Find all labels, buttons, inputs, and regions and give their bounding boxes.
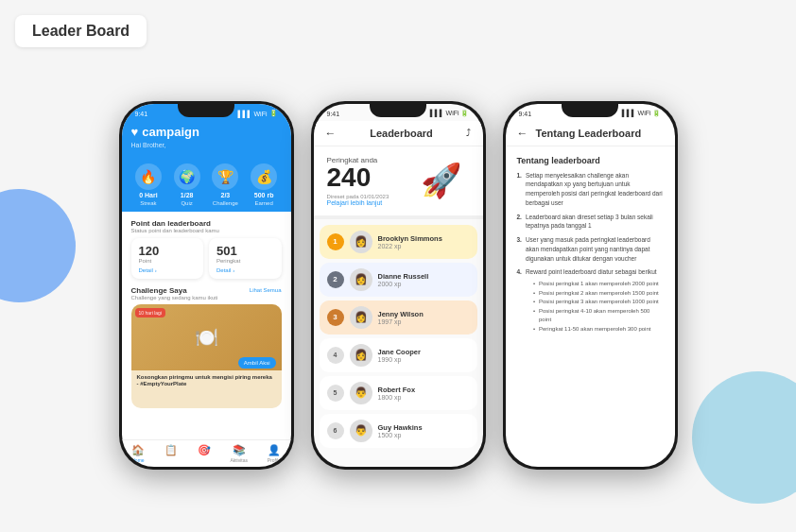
tentang-subitem-5: • Peringkat 11-50 akan memperoleh 300 po… [533,325,664,335]
lb-rank-section: Peringkat anda 240 Direset pada 01/01/20… [314,146,483,219]
nav-challenge[interactable]: 🎯 [198,444,211,463]
campaign-subtitle: Hai Brother, [131,142,282,148]
point-subtitle: Status point dan leaderboard kamu [131,228,282,233]
leader-board-label: Leader Board [32,23,130,39]
phone-2-inner: 9:41 ▌▌▌ WiFi 🔋 ← Leaderboard ⤴ Peringka… [314,104,483,467]
phone-1-status-icons: ▌▌▌ WiFi 🔋 [238,110,278,117]
point-title: Point dan leaderboard [131,219,282,228]
challenge-subtitle: Challenge yang sedang kamu ikuti [131,295,282,300]
lb-name-3: Jenny Wilson [378,310,470,318]
lb-item-5: 5 👨 Robert Fox 1800 xp [320,376,477,410]
challenge-section: Challenge Saya Lihat Semua Challenge yan… [122,283,291,412]
campaign-header: ♥ campaign Hai Brother, [122,121,291,158]
lb-item-2: 2 👩 Dianne Russell 2000 xp [320,263,477,297]
tentang-title: Tentang Leaderboard [536,128,642,139]
home-icon: 🏠 [131,444,145,456]
tentang-subitem-1: • Posisi peringkat 1 akan memperoleh 200… [533,280,664,289]
lb-title: Leaderboard [370,128,433,139]
lb-item-3: 3 👩 Jenny Wilson 1997 xp [320,300,477,335]
lb-name-6: Guy Hawkins [378,423,470,432]
lb-back-button[interactable]: ← [325,127,337,140]
point-card-rank: 501 Peringkat Detail › [209,238,282,279]
campaign-name: campaign [142,125,199,139]
profile-icon: 👤 [268,444,281,456]
tentang-section-title: Tentang leaderboard [517,156,664,165]
phone-3: 9:41 ▌▌▌ WiFi 🔋 ← Tentang Leaderboard Te… [503,101,678,470]
phone-2-screen: 9:41 ▌▌▌ WiFi 🔋 ← Leaderboard ⤴ Peringka… [314,104,483,467]
tentang-item-1: 1. Setiap menyelesaikan challenge akan m… [517,171,664,208]
lb-xp-3: 1997 xp [378,318,470,325]
lb-name-4: Jane Cooper [378,348,470,356]
nav-profile[interactable]: 👤 Profile [268,444,281,463]
lb-info-2: Dianne Russell 2000 xp [378,272,470,287]
tentang-back-button[interactable]: ← [517,127,528,140]
lb-info-3: Jenny Wilson 1997 xp [378,310,470,325]
lb-avatar-3: 👩 [350,306,372,329]
lb-avatar-2: 👩 [350,268,372,291]
leader-board-tag: Leader Board [15,15,147,47]
lb-list: 1 👩 Brooklyn Simmons 2022 xp 2 👩 Dianne … [314,219,483,467]
tentang-header: ← Tentang Leaderboard [506,121,675,146]
campaign-icon-quiz: 🌍 1/28 Quiz [174,163,200,206]
phone-3-time: 9:41 [519,111,532,117]
lb-avatar-5: 👨 [350,382,372,404]
point-cards: 120 Point Detail › 501 Peringkat Detail … [131,238,282,279]
challenge-cta-button[interactable]: Ambil Aksi [238,357,276,369]
phone-1-inner: 9:41 ▌▌▌ WiFi 🔋 ♥ campaign Hai Brother, [122,104,291,467]
phone-1-notch [178,104,234,117]
lb-badge-4: 4 [327,347,344,364]
tentang-item-4: 4. Reward point leaderboard diatur sebag… [517,267,664,334]
nav-home[interactable]: 🏠 Home [131,444,145,463]
lb-xp-2: 2000 xp [378,281,470,287]
challenge-title: Challenge Saya [131,286,187,295]
lb-info-5: Robert Fox 1800 xp [378,386,470,401]
tentang-subitem-4: • Posisi peringkat 4-10 akan memperoleh … [533,307,664,325]
campaign-icon-earned: 💰 500 rb Earned [251,163,277,206]
point-section: Point dan leaderboard Status point dan l… [122,212,291,283]
lb-rank-emoji: 🚀 [413,157,470,204]
phone-2-notch [370,104,426,117]
point-label: Point [139,258,197,264]
lb-badge-3: 3 [327,309,344,326]
phones-container: 9:41 ▌▌▌ WiFi 🔋 ♥ campaign Hai Brother, [0,0,796,532]
lb-info-6: Guy Hawkins 1500 xp [378,423,470,438]
tentang-subitem-3: • Posisi peringkat 3 akan memperoleh 100… [533,298,664,307]
lb-avatar-4: 👩 [350,344,372,367]
lb-rank-number: 240 [327,164,389,191]
lb-name-5: Robert Fox [378,386,470,394]
campaign-icon-streak: 🔥 0 Hari Streak [135,163,162,206]
lb-header: ← Leaderboard ⤴ [314,121,483,146]
challenge-icon: 🎯 [198,444,211,456]
lb-badge-6: 6 [327,422,344,439]
lb-item-4: 4 👩 Jane Cooper 1990 xp [320,338,477,372]
point-detail-link[interactable]: Detail › [139,267,197,273]
challenge-card: 🍽️ 10 hari lagi Ambil Aksi Kosongkan pir… [131,304,282,408]
lb-name-1: Brooklyn Simmons [378,234,470,243]
challenge-link[interactable]: Lihat Semua [250,287,282,293]
phone-3-inner: 9:41 ▌▌▌ WiFi 🔋 ← Tentang Leaderboard Te… [506,104,675,467]
activity-icon: 📚 [233,444,246,456]
phone-2-time: 9:41 [327,111,340,117]
phone-3-screen: 9:41 ▌▌▌ WiFi 🔋 ← Tentang Leaderboard Te… [506,104,675,467]
rank-detail-link[interactable]: Detail › [216,267,274,273]
lb-item-6: 6 👨 Guy Hawkins 1500 xp [320,414,477,448]
lb-avatar-6: 👨 [350,420,372,442]
lb-xp-6: 1500 xp [378,432,470,438]
lb-info-4: Jane Cooper 1990 xp [378,348,470,363]
nav-list[interactable]: 📋 [164,444,178,463]
lb-badge-2: 2 [327,271,344,288]
challenge-header: Challenge Saya Lihat Semua [131,286,282,295]
tentang-subitem-2: • Posisi peringkat 2 akan memperoleh 150… [533,289,664,299]
lb-share-button[interactable]: ⤴ [466,128,471,138]
phone-1-screen: 9:41 ▌▌▌ WiFi 🔋 ♥ campaign Hai Brother, [122,104,291,467]
tentang-item-2: 2. Leaderboard akan direset setiap 3 bul… [517,213,664,232]
lb-xp-1: 2022 xp [378,243,470,249]
lb-avatar-1: 👩 [350,231,372,253]
lb-badge-5: 5 [327,385,344,402]
campaign-heart: ♥ [131,125,139,139]
lb-rank-link[interactable]: Pelajari lebih lanjut [327,199,389,206]
challenge-description: Kosongkan piringmu untuk mengisi piring … [131,370,282,393]
nav-activity[interactable]: 📚 Aktivitas [230,444,248,463]
rank-label: Peringkat [216,258,274,264]
point-card-points: 120 Point Detail › [131,238,204,279]
